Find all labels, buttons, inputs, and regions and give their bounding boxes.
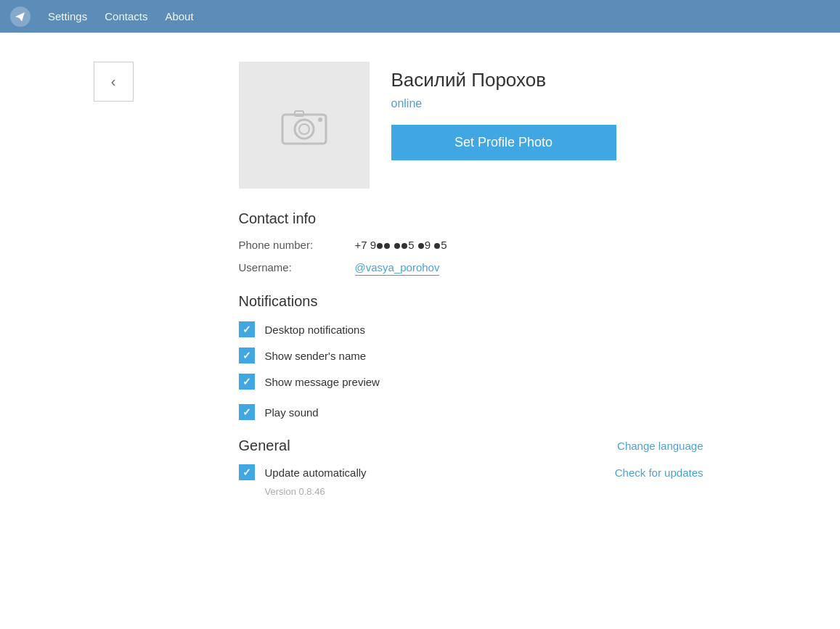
show-message-preview-checkbox[interactable]: ✓ [239,374,255,390]
nav-item-settings[interactable]: Settings [48,10,87,22]
update-auto-left[interactable]: ✓ Update automatically [239,464,367,480]
telegram-logo-icon [10,7,30,27]
checkmark-icon: ✓ [242,377,251,387]
update-auto-row: ✓ Update automatically Check for updates [239,464,704,480]
notifications-title: Notifications [239,293,747,310]
notifications-section: Notifications ✓ Desktop notifications ✓ … [239,293,747,420]
username-row: Username: @vasya_porohov [239,261,747,276]
checkmark-icon: ✓ [242,324,251,334]
desktop-notifications-row[interactable]: ✓ Desktop notifications [239,321,747,337]
contact-info-section: Contact info Phone number: +7 9 5 9 5 Us… [239,210,747,276]
update-auto-checkbox[interactable]: ✓ [239,464,255,480]
contact-info-title: Contact info [239,210,747,227]
main-content: ‹ Василий Порохов online Set Profile Pho… [0,33,840,538]
svg-point-3 [299,124,309,134]
profile-section: Василий Порохов online Set Profile Photo [239,62,747,189]
back-icon: ‹ [111,73,116,90]
show-sender-name-label: Show sender's name [265,350,367,362]
set-profile-photo-button[interactable]: Set Profile Photo [391,125,616,160]
nav-item-contacts[interactable]: Contacts [105,10,147,22]
phone-value: +7 9 5 9 5 [355,239,447,251]
phone-row: Phone number: +7 9 5 9 5 [239,239,747,251]
show-message-preview-row[interactable]: ✓ Show message preview [239,374,747,390]
dot5 [418,243,424,249]
username-value[interactable]: @vasya_porohov [355,261,440,276]
play-sound-checkbox[interactable]: ✓ [239,404,255,420]
desktop-notifications-checkbox[interactable]: ✓ [239,321,255,337]
version-label: Version 0.8.46 [265,486,747,497]
camera-icon [279,104,330,147]
nav-item-about[interactable]: About [165,10,193,22]
dot4 [401,243,407,249]
phone-label: Phone number: [239,239,355,251]
update-auto-label: Update automatically [265,466,367,479]
show-sender-name-row[interactable]: ✓ Show sender's name [239,348,747,363]
show-sender-name-checkbox[interactable]: ✓ [239,348,255,363]
checkmark-icon: ✓ [242,350,251,361]
checkmark-icon: ✓ [242,467,251,477]
general-title: General [239,437,290,454]
general-section: General Change language ✓ Update automat… [239,437,747,497]
profile-name: Василий Порохов [391,69,616,91]
dot2 [384,243,390,249]
dot6 [434,243,440,249]
settings-container: ‹ Василий Порохов online Set Profile Pho… [94,62,747,509]
desktop-notifications-label: Desktop notifications [265,324,365,336]
svg-point-2 [295,120,314,139]
change-language-link[interactable]: Change language [617,440,703,452]
play-sound-label: Play sound [265,406,319,419]
svg-point-5 [318,118,322,122]
checkmark-icon: ✓ [242,407,251,417]
profile-info: Василий Порохов online Set Profile Photo [391,62,616,160]
general-header: General Change language [239,437,704,454]
show-message-preview-label: Show message preview [265,376,380,388]
dot1 [377,243,383,249]
play-sound-row[interactable]: ✓ Play sound [239,404,747,420]
dot3 [394,243,400,249]
topbar: Settings Contacts About [0,0,840,33]
topbar-nav: Settings Contacts About [48,10,194,22]
back-button[interactable]: ‹ [94,62,134,102]
username-label: Username: [239,261,355,274]
profile-photo[interactable] [239,62,370,189]
profile-status: online [391,97,616,110]
check-updates-link[interactable]: Check for updates [615,466,704,479]
